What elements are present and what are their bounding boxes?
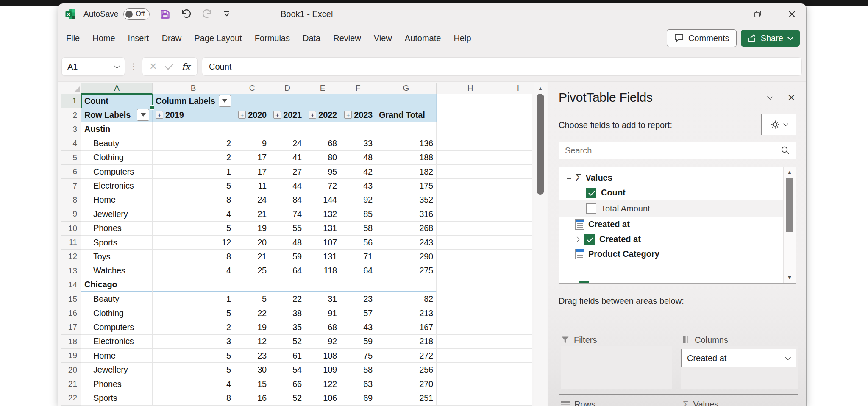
city-row-label[interactable]: Chicago (81, 278, 153, 292)
value-cell[interactable]: 108 (305, 349, 340, 363)
fields-options-button[interactable] (761, 114, 796, 135)
value-cell[interactable]: 256 (376, 363, 437, 377)
value-cell[interactable]: 27 (270, 165, 305, 179)
cell[interactable] (504, 292, 532, 306)
row-header-5[interactable]: 5 (61, 151, 81, 165)
value-cell[interactable]: 69 (340, 391, 376, 405)
cell[interactable] (504, 320, 532, 334)
value-cell[interactable]: 22 (270, 292, 305, 306)
fields-scroll-up-icon[interactable]: ▲ (784, 167, 796, 177)
year-header-2021[interactable]: +2021 (270, 108, 305, 122)
row-header-1[interactable]: 1 (61, 94, 81, 108)
cell-row-labels[interactable]: Row Labels (81, 108, 153, 122)
undo-icon[interactable] (181, 8, 192, 19)
cell[interactable] (437, 193, 504, 207)
value-cell[interactable]: 25 (234, 264, 270, 278)
category-row-label[interactable]: Home (81, 193, 153, 207)
value-cell[interactable]: 19 (234, 222, 270, 236)
value-cell[interactable]: 107 (305, 236, 340, 250)
cell[interactable] (437, 250, 504, 264)
value-cell[interactable]: 85 (340, 207, 376, 221)
value-cell[interactable]: 19 (234, 320, 270, 334)
value-cell[interactable]: 17 (234, 151, 270, 165)
value-cell[interactable]: 95 (305, 165, 340, 179)
category-row-label[interactable]: Computers (81, 320, 153, 334)
expand-button[interactable]: + (273, 111, 281, 119)
value-cell[interactable]: 218 (376, 335, 437, 349)
row-header-10[interactable]: 10 (61, 222, 81, 236)
category-row-label[interactable]: Phones (81, 377, 153, 391)
tab-help[interactable]: Help (447, 30, 477, 47)
cell[interactable] (504, 179, 532, 193)
value-cell[interactable]: 54 (270, 363, 305, 377)
cell[interactable] (437, 391, 504, 405)
value-cell[interactable]: 15 (234, 377, 270, 391)
cell[interactable] (437, 222, 504, 236)
checked-checkbox[interactable] (586, 188, 596, 198)
cell[interactable] (234, 122, 270, 136)
cell[interactable] (504, 250, 532, 264)
row-header-4[interactable]: 4 (61, 136, 81, 150)
expand-button[interactable]: + (238, 111, 246, 119)
row-header-18[interactable]: 18 (61, 335, 81, 349)
cell[interactable] (437, 151, 504, 165)
value-cell[interactable]: 23 (234, 349, 270, 363)
minimize-button[interactable] (710, 3, 737, 25)
value-cell[interactable]: 58 (340, 363, 376, 377)
cell[interactable] (504, 349, 532, 363)
value-cell[interactable]: 71 (340, 250, 376, 264)
field-item-product-category[interactable]: Product Category (566, 247, 781, 261)
tab-home[interactable]: Home (86, 30, 121, 47)
category-row-label[interactable]: Jewellery (81, 363, 153, 377)
row-header-19[interactable]: 19 (61, 349, 81, 363)
cell[interactable] (376, 122, 437, 136)
cell[interactable] (437, 179, 504, 193)
value-cell[interactable]: 57 (340, 306, 376, 320)
expand-button[interactable]: + (156, 111, 163, 119)
field-item-created-at[interactable]: Created at (566, 217, 781, 232)
cell[interactable] (234, 278, 270, 292)
tab-page-layout[interactable]: Page Layout (188, 30, 248, 47)
value-cell[interactable]: 55 (270, 222, 305, 236)
value-cell[interactable]: 35 (270, 320, 305, 334)
row-header-13[interactable]: 13 (61, 264, 81, 278)
comments-button[interactable]: Comments (667, 29, 737, 47)
cell[interactable] (305, 122, 340, 136)
cell[interactable] (504, 363, 532, 377)
value-cell[interactable]: 58 (340, 222, 376, 236)
name-box[interactable]: A1 (61, 57, 125, 76)
cell[interactable] (504, 122, 532, 136)
value-cell[interactable]: 80 (305, 151, 340, 165)
columns-field-created-at[interactable]: Created at (681, 349, 796, 367)
value-cell[interactable]: 24 (270, 136, 305, 150)
tab-review[interactable]: Review (327, 30, 367, 47)
row-labels-filter-button[interactable] (137, 109, 149, 121)
cell[interactable] (437, 278, 504, 292)
value-cell[interactable]: 42 (340, 165, 376, 179)
value-cell[interactable]: 92 (305, 335, 340, 349)
cell-a1-count[interactable]: Count (81, 94, 153, 108)
tab-draw[interactable]: Draw (156, 30, 188, 47)
cell[interactable] (305, 278, 340, 292)
panel-close-icon[interactable]: × (787, 93, 795, 102)
value-cell[interactable]: 43 (340, 320, 376, 334)
column-header-G[interactable]: G (376, 83, 437, 94)
cell[interactable] (437, 108, 504, 122)
tab-data[interactable]: Data (296, 30, 327, 47)
cell[interactable] (504, 136, 532, 150)
value-cell[interactable]: 43 (340, 179, 376, 193)
grid-scrollbar-thumb[interactable] (537, 94, 544, 195)
value-cell[interactable]: 11 (234, 179, 270, 193)
cell[interactable] (504, 165, 532, 179)
cell[interactable] (504, 207, 532, 221)
value-cell[interactable]: 91 (305, 306, 340, 320)
tab-automate[interactable]: Automate (398, 30, 448, 47)
value-cell[interactable]: 23 (340, 292, 376, 306)
category-row-label[interactable]: Electronics (81, 179, 153, 193)
close-button[interactable] (778, 3, 805, 25)
row-header-11[interactable]: 11 (61, 236, 81, 250)
cell[interactable] (504, 94, 532, 108)
value-cell[interactable]: 63 (340, 377, 376, 391)
value-cell[interactable]: 4 (153, 207, 234, 221)
cell[interactable] (504, 278, 532, 292)
